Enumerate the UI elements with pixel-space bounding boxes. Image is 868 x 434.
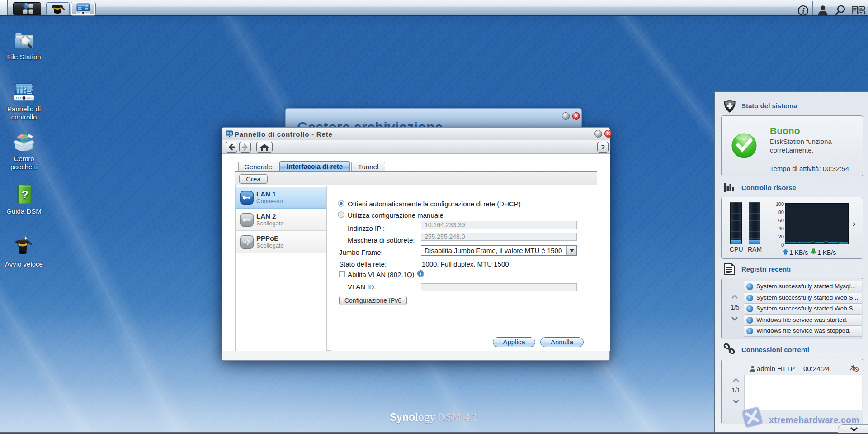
svg-text:?: ?	[22, 188, 28, 200]
